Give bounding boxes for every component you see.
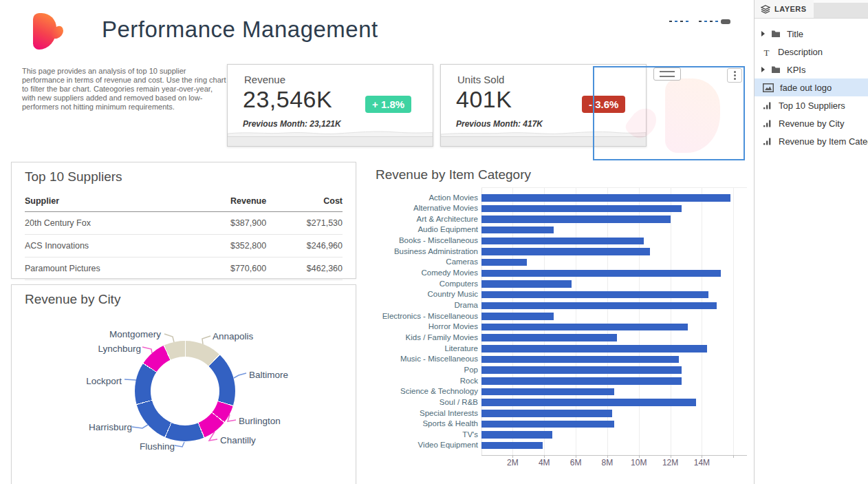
chevron-right-icon[interactable]: [761, 31, 765, 36]
widget-menu-button[interactable]: [727, 68, 742, 83]
x-axis-ticks: 2M4M6M8M10M12M14M: [371, 458, 754, 469]
x-axis-tick-label: 2M: [507, 458, 519, 467]
bar-category-label: Sports & Health: [371, 419, 478, 428]
table-row[interactable]: 20th Century Fox $387,900 $271,530: [25, 212, 343, 235]
cell-cost: $271,530: [266, 212, 343, 235]
dashboard-designer: Performance Management This page provide…: [0, 0, 868, 484]
bar[interactable]: [481, 366, 682, 374]
chevron-right-icon[interactable]: [761, 67, 765, 72]
app-logo-icon: [28, 10, 69, 53]
bar[interactable]: [481, 410, 612, 417]
donut-label: Lockport: [86, 376, 122, 386]
column-header[interactable]: Cost: [266, 193, 343, 212]
bar-category-label: Electronics - Miscellaneous: [371, 312, 478, 320]
top-10-suppliers-card[interactable]: Top 10 Suppliers Supplier Revenue Cost 2…: [11, 162, 356, 279]
column-header[interactable]: Revenue: [190, 193, 266, 212]
bar[interactable]: [481, 324, 688, 331]
cell-cost: $246,960: [266, 235, 343, 257]
bar[interactable]: [481, 399, 696, 406]
folder-icon: [771, 65, 781, 74]
layer-item-label: Description: [778, 47, 823, 57]
kpi-label: Revenue: [244, 74, 285, 85]
layer-item-revenue-by-item-catego[interactable]: Revenue by Item Catego: [755, 132, 868, 150]
bar-category-label: Computers: [371, 280, 478, 288]
kpi-card-revenue[interactable]: Revenue 23,546K + 1.8% Previous Month: 2…: [227, 64, 433, 147]
bar[interactable]: [481, 291, 708, 299]
cell-revenue: $387,900: [190, 212, 266, 235]
bar-category-label: Soul / R&B: [371, 398, 478, 406]
bar-category-label: Science & Technology: [371, 387, 478, 395]
bar-category-labels: Action MoviesAlternative MoviesArt & Arc…: [371, 187, 478, 454]
x-axis-tick-label: 14M: [694, 458, 710, 467]
layer-item-fade-out-logo[interactable]: fade out logo: [755, 78, 868, 96]
kpi-delta-badge: + 1.8%: [365, 96, 411, 113]
bar-category-label: Alternative Movies: [371, 204, 478, 212]
bar[interactable]: [481, 227, 554, 234]
bar[interactable]: [481, 421, 614, 428]
revenue-by-city-card[interactable]: Revenue by City Annapolis Baltimore Burl…: [11, 284, 356, 484]
bar-category-label: Art & Architecture: [371, 215, 478, 223]
bar[interactable]: [481, 194, 730, 202]
bar[interactable]: [481, 248, 650, 255]
bar-category-label: Country Music: [371, 290, 478, 298]
bar[interactable]: [481, 345, 707, 353]
bar[interactable]: [481, 356, 679, 364]
description-text: This page provides an analysis of top 10…: [22, 67, 227, 112]
bar-category-label: Kids / Family Movies: [371, 333, 478, 341]
kpi-label: Units Sold: [457, 74, 504, 85]
bar[interactable]: [481, 302, 717, 310]
layers-tab[interactable]: LAYERS: [755, 0, 814, 18]
bar[interactable]: [481, 215, 671, 223]
bar[interactable]: [481, 238, 644, 245]
bar-category-label: Rock: [371, 377, 478, 385]
layer-item-label: KPIs: [787, 65, 805, 75]
layers-panel-header: LAYERS: [755, 0, 868, 19]
donut-label: Montgomery: [109, 329, 161, 339]
bar-category-label: Horror Movies: [371, 322, 478, 330]
kpi-value: 23,546K: [243, 86, 332, 113]
bar-category-label: TV's: [371, 430, 478, 439]
donut-chart[interactable]: [135, 341, 235, 441]
layers-tree: TitleTDescriptionKPIsfade out logoTop 10…: [755, 25, 868, 150]
bar[interactable]: [481, 377, 682, 385]
bar[interactable]: [481, 334, 617, 341]
cell-revenue: $352,800: [190, 235, 266, 257]
x-axis-tick-label: 4M: [539, 458, 550, 467]
gridline: [733, 188, 734, 455]
layer-item-description[interactable]: TDescription: [755, 43, 868, 61]
donut-label: Annapolis: [213, 331, 253, 341]
card-title: Revenue by City: [25, 292, 120, 307]
kpi-footer-strip: [228, 136, 433, 146]
image-icon: [763, 83, 774, 92]
selected-widget-fade-out-logo[interactable]: [593, 66, 745, 160]
layer-item-label: Top 10 Suppliers: [779, 101, 845, 111]
bar-category-label: Action Movies: [371, 193, 478, 202]
drag-handle[interactable]: [653, 67, 681, 81]
x-axis-tick-label: 8M: [602, 458, 614, 467]
bar[interactable]: [481, 431, 552, 439]
cell-supplier: 20th Century Fox: [25, 212, 190, 235]
layer-item-revenue-by-city[interactable]: Revenue by City: [755, 114, 868, 132]
layer-item-kpis[interactable]: KPIs: [755, 61, 868, 78]
table-row[interactable]: ACS Innovations $352,800 $246,960: [25, 235, 343, 257]
revenue-by-item-category-chart[interactable]: Revenue by Item Category Action MoviesAl…: [371, 165, 754, 484]
kpi-value: 401K: [456, 86, 512, 113]
layer-item-top-10-suppliers[interactable]: Top 10 Suppliers: [755, 96, 868, 114]
bar-category-label: Video Equipment: [371, 441, 478, 449]
bar[interactable]: [481, 313, 554, 320]
table-row[interactable]: Paramount Pictures $770,600 $462,360: [25, 257, 343, 280]
bar[interactable]: [481, 270, 721, 277]
bar[interactable]: [481, 259, 527, 266]
bar[interactable]: [481, 442, 543, 450]
gridline: [639, 188, 640, 455]
layer-item-title[interactable]: Title: [755, 25, 868, 43]
column-header[interactable]: Supplier: [25, 193, 190, 212]
bar[interactable]: [481, 388, 614, 396]
bar[interactable]: [481, 280, 572, 288]
cell-supplier: ACS Innovations: [25, 235, 190, 257]
chart-title: Revenue by Item Category: [376, 167, 531, 182]
chart-icon: [763, 101, 772, 109]
bar[interactable]: [481, 205, 682, 213]
bar-category-label: Music - Miscellaneous: [371, 355, 478, 363]
chart-icon: [763, 137, 772, 145]
